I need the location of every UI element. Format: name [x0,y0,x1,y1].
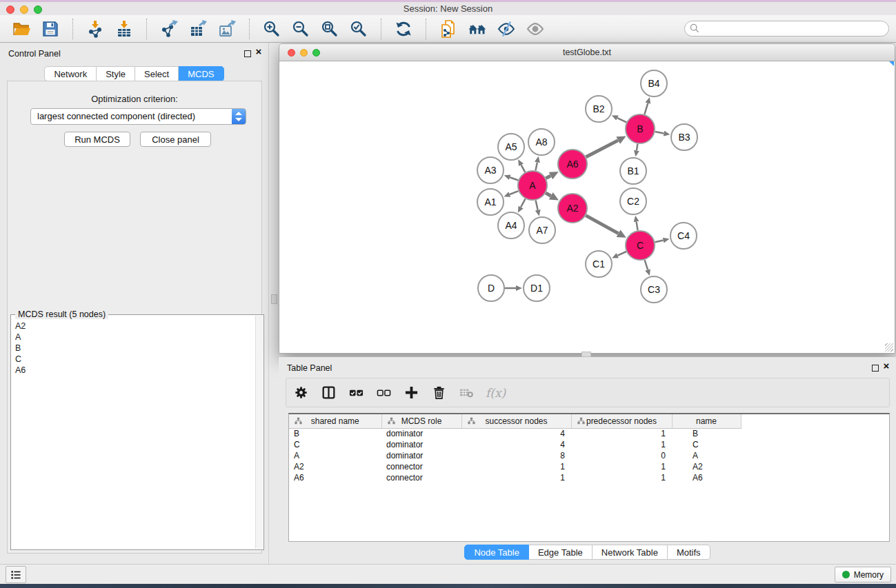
node-C1[interactable]: C1 [586,251,612,277]
edge-A-A8[interactable] [535,162,537,170]
tab-edge-table[interactable]: Edge Table [529,545,593,560]
edge-A-A2[interactable] [546,193,551,196]
select-all-button[interactable] [348,385,364,401]
column-header-MCDS-role[interactable]: MCDS role [381,414,461,428]
memory-button[interactable]: Memory [835,567,891,582]
show-all-button[interactable] [523,17,548,41]
export-table-button[interactable] [186,17,210,41]
node-A6[interactable]: A6 [558,150,587,179]
table-cell[interactable]: connector [381,461,461,472]
node-A[interactable]: A [518,171,547,200]
apply-function-button[interactable]: f(x) [486,386,506,400]
task-history-button[interactable] [6,566,26,583]
app-titlebar[interactable]: Session: New Session [0,2,896,15]
table-cell[interactable]: dominator [381,450,461,461]
optimization-criterion-select[interactable]: largest connected component (directed) [30,108,246,125]
node-C4[interactable]: C4 [670,223,697,249]
table-cell[interactable]: connector [381,472,461,483]
column-header-shared-name[interactable]: shared name [289,414,381,428]
table-options-button[interactable] [292,385,309,401]
table-row[interactable]: Cdominator41C [289,439,889,450]
node-A3[interactable]: A3 [477,157,504,183]
table-cell[interactable]: 0 [571,450,672,461]
node-C2[interactable]: C2 [620,188,646,214]
save-session-button[interactable] [38,17,63,41]
table-cell[interactable]: A [289,450,381,461]
table-cell[interactable]: 1 [571,461,672,472]
vertical-splitter-grip[interactable] [271,294,277,304]
table-cell[interactable]: 4 [461,428,571,439]
edge-A-A6[interactable] [546,176,550,179]
column-header-name[interactable]: name [672,414,741,428]
edge-C-C1[interactable] [617,252,626,256]
table-cell[interactable]: 8 [461,450,571,461]
hide-selected-button[interactable] [494,17,519,41]
mcds-result-item[interactable]: A2 [14,321,254,332]
node-B3[interactable]: B3 [671,124,697,150]
table-cell[interactable]: 1 [571,428,672,439]
node-A4[interactable]: A4 [498,212,524,239]
table-cell[interactable]: 1 [571,439,672,450]
tab-network[interactable]: Network [44,66,97,81]
edge-A-A7[interactable] [536,201,538,210]
zoom-in-button[interactable] [259,17,284,41]
mcds-result-item[interactable]: B [14,343,254,354]
tab-style[interactable]: Style [97,66,135,81]
table-cell[interactable]: dominator [381,428,461,439]
edge-C-C3[interactable] [645,260,648,270]
node-B[interactable]: B [626,114,655,143]
table-cell[interactable]: C [289,439,381,450]
mcds-result-item[interactable]: A6 [14,365,254,376]
table-row[interactable]: A2connector11A2 [289,461,889,472]
table-cell[interactable]: B [289,428,381,439]
mcds-result-item[interactable]: A [14,332,254,343]
tab-network-table[interactable]: Network Table [593,545,668,560]
edge-A-A4[interactable] [521,199,526,207]
edge-C-C4[interactable] [655,241,664,243]
edge-B-B3[interactable] [655,132,664,133]
refresh-button[interactable] [391,17,416,41]
delete-column-button[interactable] [430,385,447,401]
table-cell[interactable]: A2 [289,461,381,472]
table-cell[interactable]: A2 [672,461,741,472]
column-header-successor-nodes[interactable]: successor nodes [461,414,571,428]
delete-table-button[interactable] [458,385,475,401]
new-network-from-selection-button[interactable] [436,17,461,41]
table-cell[interactable]: A [672,450,741,461]
add-column-button[interactable] [403,385,419,401]
close-panel-button[interactable]: Close panel [140,132,211,147]
first-neighbors-button[interactable] [465,17,490,41]
search-input[interactable] [684,21,889,37]
table-cell[interactable]: C [672,439,741,450]
node-B2[interactable]: B2 [586,96,612,122]
result-list-scrollbar[interactable] [255,316,263,549]
tab-select[interactable]: Select [135,66,179,81]
window-resize-grip[interactable] [885,343,893,352]
table-cell[interactable]: A6 [289,472,381,483]
node-C[interactable]: C [626,231,655,260]
table-cell[interactable]: 1 [571,472,672,483]
export-image-button[interactable] [215,17,239,41]
zoom-out-button[interactable] [288,17,313,41]
node-D[interactable]: D [478,275,504,301]
node-A2[interactable]: A2 [558,194,587,223]
column-layout-button[interactable] [320,385,337,401]
horizontal-splitter-grip[interactable] [581,352,591,357]
table-row[interactable]: Adominator80A [289,450,889,461]
table-row[interactable]: A6connector11A6 [289,472,889,483]
tab-mcds[interactable]: MCDS [179,66,223,81]
edge-A-A3[interactable] [510,177,518,180]
table-cell[interactable]: 4 [461,439,571,450]
run-mcds-button[interactable]: Run MCDS [64,132,130,147]
table-row[interactable]: Bdominator41B [289,428,889,439]
tab-node-table[interactable]: Node Table [464,545,529,560]
edge-A2-C[interactable] [586,216,618,234]
close-panel-icon[interactable]: × [253,45,264,58]
export-network-button[interactable] [157,17,181,41]
open-file-button[interactable] [9,17,34,41]
table-cell[interactable]: B [672,428,741,439]
unselect-all-button[interactable] [375,385,392,401]
network-canvas[interactable]: B4B2BB3A8A5A6A3B1AA1C2A2A4A7C4CC1C3DD1 [280,61,894,352]
node-A8[interactable]: A8 [528,129,555,155]
zoom-selected-button[interactable] [346,17,371,41]
